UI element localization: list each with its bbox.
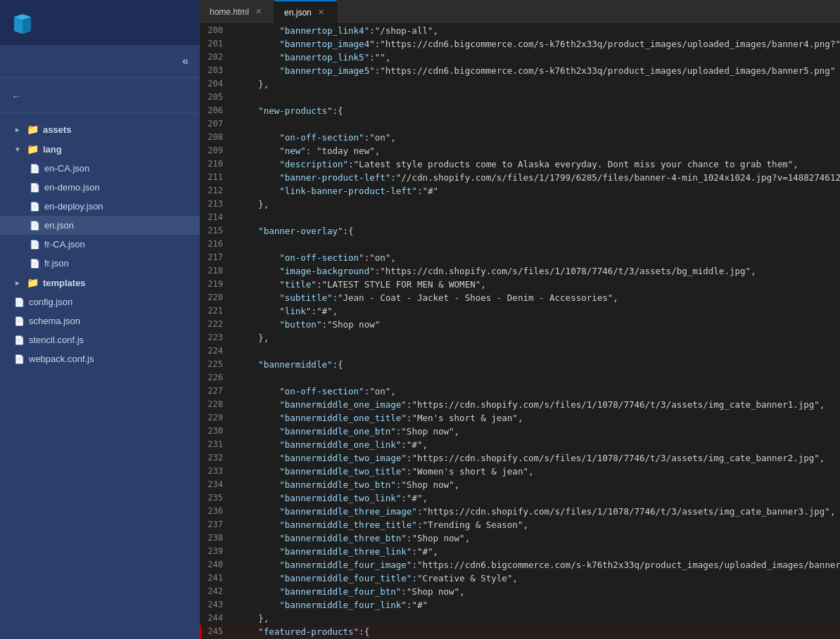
line-number: 205 [200, 91, 231, 104]
sidebar-item-assets[interactable]: ► 📁 assets [0, 120, 200, 139]
code-line: 242 "bannermiddle_four_btn":"Shop now", [200, 585, 840, 598]
folder-icon: 📁 [27, 143, 39, 155]
tab-bar: home.html ✕ en.json ✕ [200, 0, 840, 24]
code-line: 233 "bannermiddle_two_title":"Women's sh… [200, 465, 840, 478]
chevron-right-icon: ► [14, 279, 21, 287]
chevron-right-icon: ► [14, 126, 21, 134]
line-content: "banner-product-left":"//cdn.shopify.com… [231, 171, 840, 184]
code-line: 207 [200, 117, 840, 131]
file-icon: 📄 [14, 335, 25, 345]
sidebar-item-stencil-conf-js[interactable]: 📄 stencil.conf.js [0, 330, 200, 349]
code-line: 203 "bannertop_image5":"https://cdn6.big… [200, 64, 840, 77]
line-number: 232 [200, 451, 231, 465]
line-number: 201 [200, 37, 231, 51]
line-number: 213 [200, 198, 231, 211]
line-content [231, 117, 840, 131]
line-number: 210 [200, 157, 231, 171]
code-line: 245 "featured-products":{ [200, 625, 840, 638]
line-number: 220 [200, 291, 231, 304]
code-line: 243 "bannermiddle_four_link":"#" [200, 598, 840, 612]
sidebar-item-fr-CA-json[interactable]: 📄 fr-CA.json [0, 235, 200, 254]
code-line: 228 "bannermiddle_one_image":"https://cd… [200, 398, 840, 411]
line-content: }, [231, 198, 840, 211]
line-content: "bannermiddle_four_btn":"Shop now", [231, 585, 840, 598]
sidebar-item-schema-json[interactable]: 📄 schema.json [0, 311, 200, 330]
folder-icon: 📁 [27, 277, 39, 288]
sidebar-item-label: lang [43, 144, 62, 155]
collapse-arrow-icon[interactable]: « [182, 55, 189, 67]
sidebar-item-lang[interactable]: ▼ 📁 lang [0, 139, 200, 159]
line-number: 239 [200, 545, 231, 558]
code-line: 206 "new-products":{ [200, 104, 840, 117]
line-number: 244 [200, 612, 231, 625]
line-content: "bannermiddle_two_link":"#", [231, 491, 840, 505]
code-line: 230 "bannermiddle_one_btn":"Shop now", [200, 425, 840, 438]
code-line: 211 "banner-product-left":"//cdn.shopify… [200, 171, 840, 184]
code-editor[interactable]: 200 "bannertop_link4":"/shop-all",201 "b… [200, 24, 840, 639]
line-content: "banner-overlay":{ [231, 224, 840, 238]
tab-home-html[interactable]: home.html ✕ [200, 0, 274, 23]
sidebar-item-fr-json[interactable]: 📄 fr.json [0, 254, 200, 273]
line-number: 219 [200, 278, 231, 291]
code-line: 225 "bannermiddle":{ [200, 358, 840, 371]
code-line: 240 "bannermiddle_four_image":"https://c… [200, 558, 840, 572]
code-line: 236 "bannermiddle_three_image":"https://… [200, 505, 840, 518]
line-content: "description":"Latest style products com… [231, 157, 840, 171]
line-content: "link":"#", [231, 304, 840, 318]
line-content: "bannertop_image4":"https://cdn6.bigcomm… [231, 37, 840, 51]
edit-theme-section[interactable]: ← [0, 78, 200, 112]
line-number: 235 [200, 491, 231, 505]
line-content [231, 344, 840, 358]
sidebar-item-label: templates [43, 278, 86, 288]
sidebar-item-en-deploy-json[interactable]: 📄 en-deploy.json [0, 197, 200, 216]
line-content: "subtitle":"Jean - Coat - Jacket - Shoes… [231, 291, 840, 304]
sidebar-item-templates[interactable]: ► 📁 templates [0, 273, 200, 292]
file-icon: 📄 [30, 240, 40, 250]
line-number: 221 [200, 304, 231, 318]
sidebar-item-en-CA-json[interactable]: 📄 en-CA.json [0, 159, 200, 178]
tab-close-en-json[interactable]: ✕ [316, 7, 326, 18]
line-number: 215 [200, 224, 231, 238]
line-number: 230 [200, 425, 231, 438]
line-content: "bannermiddle_one_title":"Men's short & … [231, 411, 840, 425]
code-line: 209 "new": "today new", [200, 144, 840, 157]
code-line: 239 "bannermiddle_three_link":"#", [200, 545, 840, 558]
code-line: 235 "bannermiddle_two_link":"#", [200, 491, 840, 505]
code-line: 202 "bannertop_link5":"", [200, 51, 840, 64]
line-number: 218 [200, 264, 231, 278]
code-line: 204 }, [200, 77, 840, 91]
sidebar-item-webpack-conf-js[interactable]: 📄 webpack.conf.js [0, 349, 200, 368]
code-line: 215 "banner-overlay":{ [200, 224, 840, 238]
sidebar-item-label: fr-CA.json [44, 239, 85, 250]
sidebar-item-label: en.json [44, 220, 74, 231]
line-content: "bannertop_image5":"https://cdn6.bigcomm… [231, 64, 840, 77]
tab-en-json[interactable]: en.json ✕ [274, 0, 337, 23]
code-line: 241 "bannermiddle_four_title":"Creative … [200, 572, 840, 585]
line-number: 231 [200, 438, 231, 451]
main-editor: home.html ✕ en.json ✕ 200 "bannertop_lin… [200, 0, 840, 639]
folder-icon: 📁 [27, 124, 39, 135]
sidebar-item-en-json[interactable]: 📄 en.json [0, 216, 200, 235]
line-number: 226 [200, 371, 231, 385]
line-number: 236 [200, 505, 231, 518]
line-number: 202 [200, 51, 231, 64]
code-line: 201 "bannertop_image4":"https://cdn6.big… [200, 37, 840, 51]
file-icon: 📄 [14, 297, 25, 307]
tab-close-home-html[interactable]: ✕ [253, 6, 264, 17]
sidebar-item-config-json[interactable]: 📄 config.json [0, 292, 200, 311]
line-content: }, [231, 612, 840, 625]
code-line: 226 [200, 371, 840, 385]
line-content: "bannermiddle_one_btn":"Shop now", [231, 425, 840, 438]
line-content: }, [231, 77, 840, 91]
tab-label: home.html [210, 7, 249, 17]
line-number: 234 [200, 478, 231, 491]
line-content: "bannermiddle_three_btn":"Shop now", [231, 531, 840, 545]
code-line: 224 [200, 344, 840, 358]
file-tree: ► 📁 assets ▼ 📁 lang 📄 en-CA.json 📄 en-de… [0, 112, 200, 639]
code-line: 212 "link-banner-product-left":"#" [200, 184, 840, 198]
line-content: "bannermiddle_four_title":"Creative & St… [231, 572, 840, 585]
code-line: 223 }, [200, 331, 840, 344]
line-content: "bannertop_link4":"/shop-all", [231, 24, 840, 37]
file-icon: 📄 [30, 183, 40, 193]
sidebar-item-en-demo-json[interactable]: 📄 en-demo.json [0, 178, 200, 197]
